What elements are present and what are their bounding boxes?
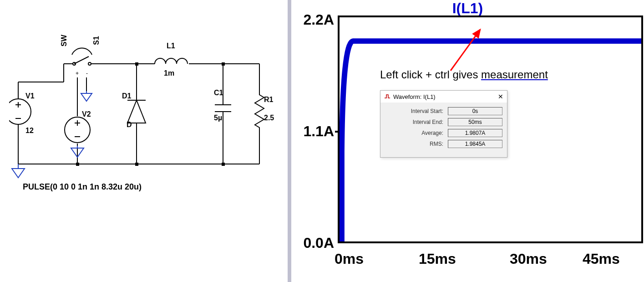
row-value[interactable]: 50ms — [448, 118, 502, 126]
annotation-text: Left click + ctrl gives measurement — [380, 68, 548, 81]
svg-rect-20 — [135, 62, 138, 66]
component-v2 — [65, 117, 90, 143]
dialog-title-text: Waveform: I(L1) — [393, 93, 436, 100]
pulse-directive: PULSE(0 10 0 1n 1n 8.32u 20u) — [23, 182, 142, 192]
dialog-row-average: Average: 1.9807A — [385, 129, 502, 137]
svg-marker-49 — [12, 169, 25, 178]
svg-text:-: - — [86, 70, 88, 77]
row-value[interactable]: 1.9845A — [448, 140, 502, 148]
waveform-dialog[interactable]: Waveform: I(L1) ✕ Interval Start: 0s Int… — [380, 90, 507, 158]
svg-rect-21 — [135, 163, 138, 166]
dialog-row-interval-start: Interval Start: 0s — [385, 107, 502, 115]
l1-label: L1 — [167, 42, 175, 50]
row-label: RMS: — [385, 141, 448, 147]
x-tick-label-2: 30ms — [510, 251, 547, 267]
svg-rect-23 — [222, 163, 225, 166]
svg-point-36 — [88, 62, 91, 65]
y-tick-label-2: 2.2A — [293, 11, 334, 28]
dialog-row-interval-end: Interval End: 50ms — [385, 118, 502, 126]
component-l1 — [155, 58, 188, 64]
row-value[interactable]: 1.9807A — [448, 129, 502, 137]
dialog-titlebar[interactable]: Waveform: I(L1) ✕ — [380, 91, 507, 103]
schematic-panel: + - — [0, 0, 291, 282]
c1-value: 5µ — [214, 114, 222, 122]
x-tick-label-0: 0ms — [335, 251, 364, 267]
svg-line-37 — [74, 56, 89, 64]
annotation-underlined: measurement — [481, 68, 548, 81]
row-label: Interval End: — [385, 119, 448, 125]
svg-rect-24 — [76, 163, 79, 166]
x-tick-label-3: 45ms — [583, 251, 620, 267]
svg-point-25 — [9, 99, 31, 124]
s1-label: S1 — [92, 36, 101, 45]
dialog-body: Interval Start: 0s Interval End: 50ms Av… — [380, 103, 507, 157]
y-tick-label-1: 1.1A — [293, 123, 334, 140]
svg-marker-51 — [81, 93, 92, 101]
v2-label: V2 — [82, 110, 91, 118]
plot-panel: I(L1) 2.2A 1.1A 0.0A Left click + ctrl g… — [291, 0, 644, 282]
dialog-row-rms: RMS: 1.9845A — [385, 140, 502, 148]
v1-label: V1 — [25, 92, 35, 100]
chart-title[interactable]: I(L1) — [452, 0, 483, 17]
r1-label: R1 — [264, 96, 273, 104]
row-value[interactable]: 0s — [448, 107, 502, 115]
annotation-arrow — [446, 25, 487, 75]
c1-label: C1 — [214, 89, 223, 97]
l1-value: 1m — [164, 69, 174, 77]
svg-text:+: + — [76, 70, 79, 77]
row-label: Average: — [385, 130, 448, 136]
component-r1 — [255, 91, 264, 132]
svg-marker-42 — [127, 100, 146, 123]
v1-value: 12 — [25, 127, 34, 135]
ltspice-icon — [384, 93, 390, 100]
s1-model: SW — [60, 35, 68, 46]
row-label: Interval Start: — [385, 108, 448, 114]
d1-value: D — [127, 121, 132, 129]
svg-line-55 — [451, 30, 480, 71]
d1-label: D1 — [122, 92, 131, 100]
component-s1: + - — [72, 48, 92, 77]
y-tick-label-0: 0.0A — [293, 235, 334, 251]
r1-value: 2.5 — [264, 114, 274, 122]
close-icon[interactable]: ✕ — [498, 93, 503, 100]
x-tick-label-1: 15ms — [419, 251, 456, 267]
svg-rect-22 — [222, 62, 225, 66]
annotation-prefix: Left click + ctrl gives — [380, 68, 481, 81]
circuit-schematic: + - — [9, 27, 282, 191]
